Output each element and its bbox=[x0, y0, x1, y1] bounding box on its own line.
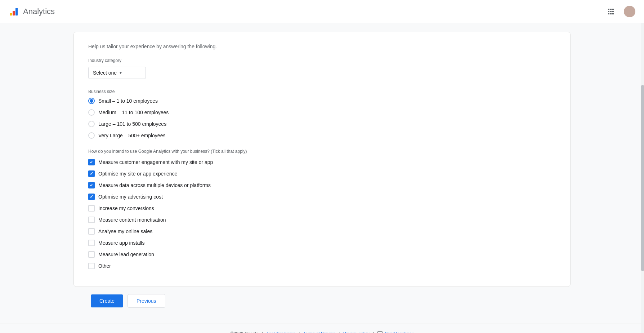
checkbox-optimise-advertising[interactable] bbox=[88, 194, 95, 200]
checkbox-measure-content[interactable] bbox=[88, 217, 95, 223]
checkbox-increase-conversions[interactable] bbox=[88, 205, 95, 212]
business-size-section: Business size Small – 1 to 10 employeesM… bbox=[88, 89, 556, 139]
terms-link[interactable]: Terms of Service bbox=[303, 331, 335, 333]
industry-label: Industry category bbox=[88, 58, 556, 63]
industry-select[interactable]: Select one ▾ bbox=[88, 67, 146, 79]
radio-very-large[interactable] bbox=[88, 132, 95, 139]
header-right bbox=[604, 4, 635, 19]
analytics-logo bbox=[9, 6, 19, 17]
radio-label-very-large: Very Large – 500+ employees bbox=[98, 133, 165, 138]
checkbox-item-increase-conversions[interactable]: Increase my conversions bbox=[88, 205, 556, 212]
business-size-label: Business size bbox=[88, 89, 556, 94]
create-button[interactable]: Create bbox=[91, 294, 123, 307]
checkbox-analyse-sales[interactable] bbox=[88, 228, 95, 235]
checkbox-label-increase-conversions: Increase my conversions bbox=[98, 205, 154, 211]
feedback-icon bbox=[377, 331, 383, 333]
checkbox-label-analyse-sales: Analyse my online sales bbox=[98, 228, 152, 234]
radio-label-small: Small – 1 to 10 employees bbox=[98, 98, 158, 104]
svg-rect-0 bbox=[10, 13, 12, 15]
radio-label-medium: Medium – 11 to 100 employees bbox=[98, 110, 169, 115]
checkbox-label-measure-lead-generation: Measure lead generation bbox=[98, 252, 154, 257]
radio-medium[interactable] bbox=[88, 109, 95, 116]
checkbox-item-measure-data[interactable]: Measure data across multiple devices or … bbox=[88, 182, 556, 188]
setup-card: Help us tailor your experience by answer… bbox=[73, 32, 571, 287]
copyright: ©2022 Google bbox=[231, 331, 259, 333]
privacy-link[interactable]: Privacy policy bbox=[343, 331, 370, 333]
scrollbar[interactable] bbox=[641, 23, 644, 333]
checkbox-label-other: Other bbox=[98, 263, 111, 269]
button-row: Create Previous bbox=[73, 287, 571, 315]
usage-section: How do you intend to use Google Analytic… bbox=[88, 149, 556, 269]
checkbox-measure-data[interactable] bbox=[88, 182, 95, 188]
checkbox-measure-lead-generation[interactable] bbox=[88, 251, 95, 258]
radio-item-very-large[interactable]: Very Large – 500+ employees bbox=[88, 132, 556, 139]
checkbox-label-measure-app-installs: Measure app installs bbox=[98, 240, 144, 246]
previous-button[interactable]: Previous bbox=[128, 294, 165, 308]
checkbox-label-measure-data: Measure data across multiple devices or … bbox=[98, 182, 211, 188]
app-title: Analytics bbox=[23, 7, 55, 16]
checkbox-label-optimise-advertising: Optimise my advertising cost bbox=[98, 194, 163, 200]
checkbox-group: Measure customer engagement with my site… bbox=[88, 159, 556, 269]
checkbox-optimise-site[interactable] bbox=[88, 170, 95, 177]
business-size-radio-group: Small – 1 to 10 employeesMedium – 11 to … bbox=[88, 98, 556, 139]
svg-rect-1 bbox=[13, 11, 15, 15]
app-header: Analytics bbox=[0, 0, 644, 23]
checkbox-other[interactable] bbox=[88, 263, 95, 269]
header-left: Analytics bbox=[9, 6, 55, 17]
send-feedback-link[interactable]: Send feedback bbox=[385, 331, 413, 333]
page-footer: ©2022 Google | Analytics home | Terms of… bbox=[0, 324, 644, 333]
help-text: Help us tailor your experience by answer… bbox=[88, 44, 556, 49]
checkbox-measure-engagement[interactable] bbox=[88, 159, 95, 165]
checkbox-item-measure-app-installs[interactable]: Measure app installs bbox=[88, 240, 556, 246]
radio-small[interactable] bbox=[88, 98, 95, 104]
checkbox-item-measure-lead-generation[interactable]: Measure lead generation bbox=[88, 251, 556, 258]
industry-section: Industry category Select one ▾ bbox=[88, 58, 556, 79]
checkbox-label-measure-engagement: Measure customer engagement with my site… bbox=[98, 159, 213, 165]
checkbox-item-measure-engagement[interactable]: Measure customer engagement with my site… bbox=[88, 159, 556, 165]
usage-question: How do you intend to use Google Analytic… bbox=[88, 149, 556, 154]
radio-item-large[interactable]: Large – 101 to 500 employees bbox=[88, 121, 556, 127]
checkbox-item-analyse-sales[interactable]: Analyse my online sales bbox=[88, 228, 556, 235]
checkbox-item-measure-content[interactable]: Measure content monetisation bbox=[88, 217, 556, 223]
radio-item-medium[interactable]: Medium – 11 to 100 employees bbox=[88, 109, 556, 116]
checkbox-item-other[interactable]: Other bbox=[88, 263, 556, 269]
radio-item-small[interactable]: Small – 1 to 10 employees bbox=[88, 98, 556, 104]
checkbox-item-optimise-site[interactable]: Optimise my site or app experience bbox=[88, 170, 556, 177]
radio-label-large: Large – 101 to 500 employees bbox=[98, 121, 166, 127]
checkbox-label-measure-content: Measure content monetisation bbox=[98, 217, 166, 223]
user-avatar[interactable] bbox=[624, 6, 635, 17]
select-value: Select one bbox=[93, 70, 117, 76]
main-content: Help us tailor your experience by answer… bbox=[0, 23, 644, 324]
chevron-down-icon: ▾ bbox=[120, 70, 122, 75]
analytics-home-link[interactable]: Analytics home bbox=[266, 331, 295, 333]
checkbox-label-optimise-site: Optimise my site or app experience bbox=[98, 171, 177, 177]
apps-icon bbox=[607, 7, 615, 16]
apps-button[interactable] bbox=[604, 4, 618, 19]
checkbox-item-optimise-advertising[interactable]: Optimise my advertising cost bbox=[88, 194, 556, 200]
scrollbar-thumb[interactable] bbox=[641, 85, 644, 271]
svg-rect-2 bbox=[15, 8, 18, 15]
radio-large[interactable] bbox=[88, 121, 95, 127]
checkbox-measure-app-installs[interactable] bbox=[88, 240, 95, 246]
